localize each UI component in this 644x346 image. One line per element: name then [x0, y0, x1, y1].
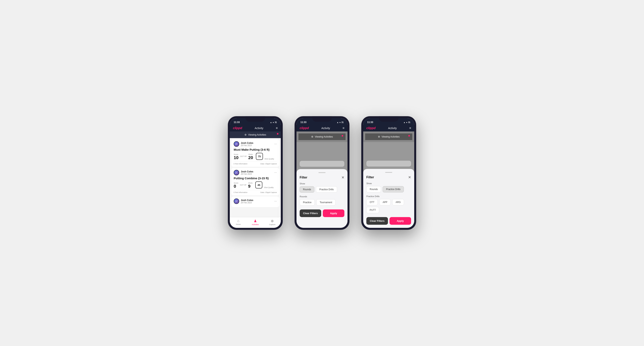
user-info-2: JC Josh Coles 28 Feb 2023 [234, 170, 253, 175]
notification-dot-1 [277, 133, 278, 135]
shot-quality-badge-1: 75 [256, 153, 263, 160]
putt-btn-3[interactable]: PUTT [366, 207, 379, 213]
phone-3: 11:33 ▲ ● 31 clippd Activity ≡ ⚙ [361, 116, 416, 230]
nav-home-label-1: Home [236, 223, 240, 225]
shot-quality-value-1: 75 [258, 155, 261, 158]
filter-icon-1: ⚙ [244, 133, 247, 136]
show-buttons-2: Rounds Practice Drills [300, 186, 344, 192]
status-icons-3: ▲ ● 31 [404, 121, 410, 123]
practice-round-btn-2[interactable]: Practice [300, 199, 315, 205]
app-logo-2: clippd [300, 126, 309, 130]
notch-3 [379, 116, 398, 122]
shots-value-2: 9 [248, 184, 250, 189]
menu-icon-3[interactable]: ≡ [409, 126, 411, 130]
user-info-1: JC Josh Coles 28 Feb 2023 [234, 141, 253, 147]
header-title-1: Activity [255, 127, 263, 130]
more-menu-1[interactable]: ··· [274, 142, 277, 146]
phone-3-screen: 11:33 ▲ ● 31 clippd Activity ≡ ⚙ [363, 118, 414, 228]
avatar-3: JC [234, 198, 239, 204]
practice-drills-btn-2[interactable]: Practice Drills [316, 186, 337, 192]
status-icons-2: ▲ ● 31 [337, 121, 344, 123]
user-info-3: JC Josh Coles 28 Feb 2023 [234, 198, 253, 204]
out-of-2: OUT OF [240, 184, 247, 186]
filter-title-2: Filter [300, 176, 307, 179]
menu-icon-2[interactable]: ≡ [342, 126, 344, 130]
drills-label-3: Practice Drills [366, 195, 411, 197]
filter-actions-3: Clear Filters Apply [366, 217, 411, 225]
more-menu-2[interactable]: ··· [274, 171, 277, 174]
app-header-3: clippd Activity ≡ [363, 125, 414, 132]
clear-filters-btn-2[interactable]: Clear Filters [300, 209, 321, 217]
filter-close-3[interactable]: ✕ [408, 175, 411, 179]
show-buttons-3: Rounds Practice Drills [366, 186, 411, 192]
clear-filters-btn-3[interactable]: Clear Filters [366, 217, 388, 225]
status-icons-1: ▲ ● 31 [270, 121, 277, 123]
filter-sheet-2: Filter ✕ Show Rounds Practice Drills Rou… [296, 169, 348, 228]
rounds-buttons-2: Practice Tournament [300, 199, 344, 205]
bottom-nav-1: ⌂ Home ♟ Activities ⊕ Capture [230, 217, 281, 228]
rounds-label-2: Rounds [300, 195, 344, 198]
ott-btn-3[interactable]: OTT [366, 199, 378, 205]
header-title-3: Activity [388, 127, 397, 130]
more-menu-3[interactable]: ··· [274, 199, 277, 203]
show-label-2: Show [300, 182, 344, 185]
filter-title-3: Filter [366, 175, 374, 179]
activity-title-2: Putting Combine (3-15 ft) [234, 176, 277, 180]
test-info-1: Test Information [235, 163, 248, 165]
phones-container: 11:33 ▲ ● 31 clippd Activity ≡ ⚙ Viewi [228, 116, 416, 230]
app-logo-1: clippd [233, 126, 242, 130]
header-title-2: Activity [322, 127, 330, 130]
data-source-1: Data: Clippd Capture [260, 163, 277, 165]
notification-dot-2 [342, 135, 343, 137]
viewing-bar-1[interactable]: ⚙ Viewing Activities [230, 132, 281, 138]
home-icon-1: ⌂ [237, 219, 240, 223]
viewing-text-1: Viewing Activities [248, 133, 266, 136]
data-source-2: Data: Clippd Capture [260, 191, 277, 193]
apply-btn-3[interactable]: Apply [390, 217, 411, 225]
viewing-bar-2: ⚙ Viewing Activities [298, 133, 346, 140]
app-logo-3: clippd [366, 126, 376, 130]
nav-capture-label-1: Capture [269, 223, 276, 225]
rounds-btn-2[interactable]: Rounds [300, 186, 314, 192]
activity-title-1: Must Make Putting (3-6 ft) [234, 148, 277, 151]
nav-activities-1[interactable]: ♟ Activities [247, 219, 264, 225]
arg-btn-3[interactable]: ARG [392, 199, 404, 205]
filter-close-2[interactable]: ✕ [342, 175, 344, 180]
stats-row-1: Score 10 OUT OF Shots 20 75 [234, 153, 277, 160]
stats-row-2: Score 0 OUT OF Shots 9 45 [234, 181, 277, 188]
activity-card-3: JC Josh Coles 28 Feb 2023 ··· [231, 196, 279, 207]
nav-capture-1[interactable]: ⊕ Capture [264, 219, 281, 225]
shots-value-1: 20 [248, 155, 253, 160]
show-label-3: Show [366, 182, 411, 184]
card-header-3: JC Josh Coles 28 Feb 2023 ··· [234, 198, 277, 204]
user-name-2: Josh Coles [241, 170, 253, 173]
app-btn-3[interactable]: APP [379, 199, 391, 205]
filter-handle-2 [318, 172, 326, 173]
activity-card-1: JC Josh Coles 28 Feb 2023 ··· Must Make … [231, 139, 279, 167]
score-value-1: 10 [234, 155, 238, 160]
phone-1: 11:33 ▲ ● 31 clippd Activity ≡ ⚙ Viewi [228, 116, 283, 230]
card-header-2: JC Josh Coles 28 Feb 2023 ··· [234, 170, 277, 175]
activities-icon-1: ♟ [254, 219, 257, 223]
filter-actions-2: Clear Filters Apply [300, 209, 344, 217]
user-name-1: Josh Coles [241, 142, 253, 144]
card-footer-1: ℹ Test Information Data: Clippd Capture [234, 162, 277, 165]
shot-quality-badge-2: 45 [255, 181, 262, 188]
user-date-3: 28 Feb 2023 [241, 202, 253, 204]
card-footer-2: ℹ Test Information Data: Clippd Capture [234, 190, 277, 193]
menu-icon-1[interactable]: ≡ [276, 126, 278, 130]
capture-icon-1: ⊕ [271, 219, 274, 223]
card-header-1: JC Josh Coles 28 Feb 2023 ··· [234, 141, 277, 147]
status-time-2: 11:33 [300, 121, 306, 124]
viewing-bar-3: ⚙ Viewing Activities [365, 133, 412, 140]
apply-btn-2[interactable]: Apply [323, 209, 344, 217]
practice-drills-btn-3[interactable]: Practice Drills [383, 186, 404, 192]
notch-2 [312, 116, 332, 122]
user-name-3: Josh Coles [241, 199, 253, 202]
tournament-btn-2[interactable]: Tournament [316, 199, 335, 205]
phone-1-screen: 11:33 ▲ ● 31 clippd Activity ≡ ⚙ Viewi [230, 118, 281, 228]
notification-dot-3 [408, 135, 410, 137]
filter-header-2: Filter ✕ [300, 175, 344, 180]
nav-home-1[interactable]: ⌂ Home [230, 219, 247, 225]
rounds-btn-3[interactable]: Rounds [366, 186, 381, 192]
